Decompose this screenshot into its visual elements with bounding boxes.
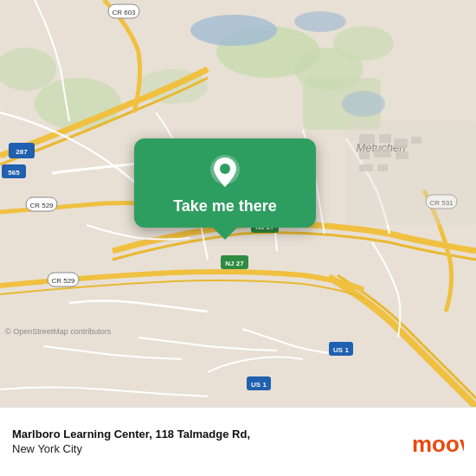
map-attribution: © OpenStreetMap contributors xyxy=(5,327,111,336)
svg-text:CR 603: CR 603 xyxy=(112,9,136,16)
svg-text:NJ 27: NJ 27 xyxy=(225,260,244,267)
svg-point-8 xyxy=(190,15,277,46)
svg-point-9 xyxy=(294,11,346,32)
moovit-logo: moovit xyxy=(412,426,464,459)
svg-text:moovit: moovit xyxy=(412,431,464,457)
footer-title: Marlboro Learning Center, 118 Talmadge R… xyxy=(12,428,412,442)
svg-point-43 xyxy=(220,164,230,174)
svg-text:CR 529: CR 529 xyxy=(29,202,54,209)
svg-rect-39 xyxy=(411,137,421,144)
svg-text:287: 287 xyxy=(16,148,28,156)
svg-rect-40 xyxy=(359,164,373,171)
location-pin-icon xyxy=(207,154,243,190)
svg-rect-37 xyxy=(374,149,391,158)
svg-rect-34 xyxy=(379,134,391,143)
svg-point-10 xyxy=(342,91,385,117)
svg-text:565: 565 xyxy=(8,169,20,177)
svg-rect-36 xyxy=(359,151,370,159)
svg-text:US 1: US 1 xyxy=(333,346,349,354)
map-container: 287 CR 603 CR 529 565 NJ 27 NJ 27 US 1 U… xyxy=(0,0,476,407)
svg-text:CR 529: CR 529 xyxy=(51,277,75,285)
svg-rect-41 xyxy=(377,164,388,171)
svg-rect-33 xyxy=(359,134,375,145)
svg-rect-38 xyxy=(396,151,408,159)
take-me-there-popup[interactable]: Take me there xyxy=(134,138,316,228)
svg-text:US 1: US 1 xyxy=(251,381,267,389)
footer-subtitle: New York City xyxy=(12,442,412,457)
svg-point-3 xyxy=(333,26,394,61)
take-me-there-button-label: Take me there xyxy=(173,197,277,215)
footer-bar: Marlboro Learning Center, 118 Talmadge R… xyxy=(0,407,476,476)
svg-rect-35 xyxy=(394,138,408,148)
footer-location-text: Marlboro Learning Center, 118 Talmadge R… xyxy=(12,428,412,457)
